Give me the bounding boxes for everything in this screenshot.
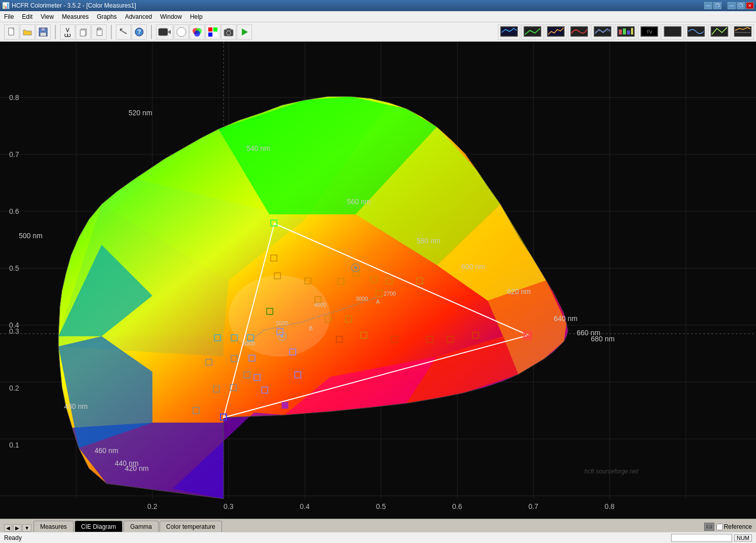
play-btn[interactable] xyxy=(237,24,252,40)
menu-advanced[interactable]: Advanced xyxy=(121,11,156,22)
svg-rect-7 xyxy=(98,28,101,30)
color-circles-btn[interactable] xyxy=(190,24,205,40)
close-btn[interactable]: ✕ xyxy=(746,2,754,9)
display-btn-4[interactable] xyxy=(568,24,590,40)
svg-point-12 xyxy=(177,27,186,37)
inner-restore-btn[interactable]: ❐ xyxy=(713,2,721,9)
video-source-btn[interactable] xyxy=(156,24,173,40)
menu-file[interactable]: File xyxy=(0,11,18,22)
svg-text:hcfr.sourceforge.net: hcfr.sourceforge.net xyxy=(584,468,639,475)
display-btn-3[interactable] xyxy=(545,24,567,40)
svg-text:0.7: 0.7 xyxy=(528,502,539,510)
cie-diagram: 0.8 0.7 0.6 0.5 0.4 0.3 0.2 0.1 0.2 0.3 … xyxy=(0,42,756,519)
svg-rect-5 xyxy=(80,30,85,36)
copy-btn[interactable] xyxy=(76,24,91,40)
titlebar-controls[interactable]: — ❐ — ❐ ✕ xyxy=(704,2,754,9)
reference-checkbox[interactable] xyxy=(716,524,723,530)
svg-point-15 xyxy=(194,30,200,37)
menu-graphs[interactable]: Graphs xyxy=(93,11,121,22)
svg-text:620 nm: 620 nm xyxy=(507,288,531,296)
svg-text:0.1: 0.1 xyxy=(9,441,19,449)
svg-text:0.3: 0.3 xyxy=(9,327,19,335)
menu-view[interactable]: View xyxy=(37,11,58,22)
svg-text:A: A xyxy=(376,299,380,305)
window-title: HCFR Colorimeter - 3.5.2 - [Color Measur… xyxy=(12,2,136,9)
save-btn[interactable] xyxy=(36,24,51,40)
svg-point-123 xyxy=(354,266,357,269)
svg-text:0.6: 0.6 xyxy=(452,502,462,510)
status-bar: Ready NUM xyxy=(0,532,756,543)
svg-text:0.2: 0.2 xyxy=(9,384,19,392)
display-btn-9[interactable] xyxy=(685,24,707,40)
tab-color-temperature[interactable]: Color temperature xyxy=(160,521,222,532)
pattern-btn[interactable] xyxy=(205,24,220,40)
tab-cie-diagram[interactable]: CIE Diagram xyxy=(75,521,123,532)
svg-text:540 nm: 540 nm xyxy=(246,144,270,152)
tab-prev-btn[interactable]: ◀ xyxy=(4,524,12,532)
tab-gamma[interactable]: Gamma xyxy=(123,521,159,532)
svg-text:600 nm: 600 nm xyxy=(461,263,485,271)
svg-rect-35 xyxy=(627,30,630,35)
svg-marker-23 xyxy=(242,28,248,36)
tab-measures[interactable]: Measures xyxy=(34,521,74,532)
display-btn-1[interactable] xyxy=(498,24,520,40)
new-btn[interactable] xyxy=(4,24,19,40)
display-btn-5[interactable] xyxy=(591,24,614,40)
svg-text:460 nm: 460 nm xyxy=(94,446,118,455)
svg-text:0.7: 0.7 xyxy=(9,150,19,158)
menu-help[interactable]: Help xyxy=(186,11,207,22)
svg-text:TV: TV xyxy=(646,29,652,35)
svg-text:0.8: 0.8 xyxy=(9,93,19,102)
svg-point-86 xyxy=(280,335,284,338)
camera-btn[interactable] xyxy=(221,24,236,40)
svg-rect-2 xyxy=(41,28,45,31)
svg-text:0.2: 0.2 xyxy=(147,502,158,510)
display-btn-11[interactable] xyxy=(732,24,754,40)
svg-text:?: ? xyxy=(137,28,141,36)
menu-edit[interactable]: Edit xyxy=(18,11,37,22)
status-text: Ready xyxy=(4,534,22,541)
svg-text:B: B xyxy=(309,325,312,331)
reference-label[interactable]: Reference xyxy=(724,523,752,530)
svg-text:2700: 2700 xyxy=(384,291,396,297)
search-box xyxy=(671,534,732,542)
cie-svg: 0.8 0.7 0.6 0.5 0.4 0.3 0.2 0.1 0.2 0.3 … xyxy=(0,42,756,519)
minimize-btn[interactable]: — xyxy=(728,2,736,9)
tab-next-btn[interactable]: ▶ xyxy=(13,524,21,532)
svg-text:0.8: 0.8 xyxy=(605,502,615,510)
inner-minimize-btn[interactable]: — xyxy=(704,2,712,9)
svg-text:560 nm: 560 nm xyxy=(347,198,371,206)
svg-text:0.3: 0.3 xyxy=(224,502,234,510)
paste-btn[interactable] xyxy=(91,24,107,40)
tab-list-btn[interactable]: ▼ xyxy=(22,524,32,532)
svg-text:500 nm: 500 nm xyxy=(19,232,43,240)
svg-rect-22 xyxy=(227,28,231,30)
menu-window[interactable]: Window xyxy=(156,11,186,22)
cut-btn[interactable] xyxy=(60,24,75,40)
display-btn-10[interactable] xyxy=(708,24,731,40)
toolbar-edit-group xyxy=(60,24,107,40)
svg-text:0.5: 0.5 xyxy=(376,502,386,510)
undo-btn[interactable] xyxy=(116,24,131,40)
display-btn-8[interactable] xyxy=(662,24,684,40)
menu-bar: File Edit View Measures Graphs Advanced … xyxy=(0,11,756,22)
display-btn-7[interactable]: TV xyxy=(638,24,660,40)
main-content: 0.8 0.7 0.6 0.5 0.4 0.3 0.2 0.1 0.2 0.3 … xyxy=(0,42,756,519)
app-icon: 📊 xyxy=(2,2,10,9)
display-btn-6[interactable] xyxy=(615,24,637,40)
svg-text:520 nm: 520 nm xyxy=(129,109,152,117)
svg-text:3000: 3000 xyxy=(356,296,368,302)
svg-rect-42 xyxy=(711,26,728,37)
restore-btn[interactable]: ❐ xyxy=(737,2,745,9)
menu-measures[interactable]: Measures xyxy=(58,11,93,22)
svg-rect-3 xyxy=(40,33,46,36)
help-btn[interactable]: ? xyxy=(132,24,147,40)
display-btn-2[interactable] xyxy=(521,24,544,40)
svg-rect-33 xyxy=(619,29,622,35)
white-btn[interactable] xyxy=(174,24,189,40)
num-lock-indicator: NUM xyxy=(734,534,752,541)
svg-text:9300: 9300 xyxy=(243,340,255,346)
open-btn[interactable] xyxy=(20,24,35,40)
reference-icon xyxy=(704,523,714,531)
svg-text:4000: 4000 xyxy=(314,302,326,308)
